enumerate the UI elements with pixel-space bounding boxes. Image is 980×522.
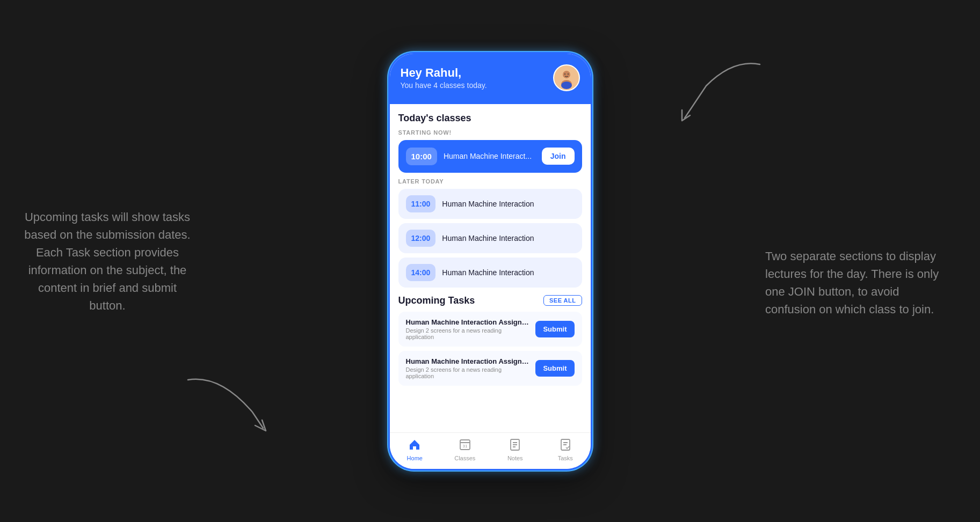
- svg-point-5: [568, 73, 569, 75]
- avatar: [553, 64, 580, 91]
- active-class-name: Human Machine Interact...: [444, 152, 535, 160]
- greeting: Hey Rahul,: [401, 66, 487, 80]
- see-all-button[interactable]: SEE ALL: [543, 295, 582, 306]
- later-class-name-1: Human Machine Interaction: [442, 234, 534, 242]
- later-class-card-0: 11:00 Human Machine Interaction: [398, 189, 582, 219]
- nav-home[interactable]: Home: [401, 438, 428, 461]
- active-class-card: 10:00 Human Machine Interact... Join: [398, 140, 582, 173]
- arrow-right: [652, 54, 771, 134]
- later-class-time-0: 11:00: [406, 195, 436, 212]
- nav-classes-label: Classes: [454, 455, 475, 461]
- phone-content: Today's classes STARTING NOW! 10:00 Huma…: [390, 104, 591, 432]
- submit-button-1[interactable]: Submit: [535, 360, 574, 377]
- task-card-0: Human Machine Interaction Assignm.. Desi…: [398, 312, 582, 347]
- todays-classes-title: Today's classes: [398, 113, 582, 124]
- nav-classes[interactable]: 31 Classes: [452, 438, 478, 461]
- header-text: Hey Rahul, You have 4 classes today.: [401, 66, 487, 90]
- annotation-right-text: Two separate sections to display lecture…: [765, 249, 939, 315]
- task-card-1: Human Machine Interaction Assignm.. Desi…: [398, 351, 582, 386]
- svg-point-4: [564, 73, 565, 75]
- task-cards-container: Human Machine Interaction Assignm.. Desi…: [398, 312, 582, 386]
- later-classes-container: 11:00 Human Machine Interaction 12:00 Hu…: [398, 189, 582, 288]
- task-subtitle-1: Design 2 screens for a news reading appl…: [406, 366, 531, 379]
- tasks-icon: [559, 438, 572, 453]
- task-info-1: Human Machine Interaction Assignm.. Desi…: [406, 357, 531, 379]
- phone-header: Hey Rahul, You have 4 classes today.: [390, 54, 591, 104]
- svg-point-1: [563, 71, 570, 78]
- subtitle: You have 4 classes today.: [401, 81, 487, 90]
- join-button[interactable]: Join: [542, 148, 575, 165]
- upcoming-tasks-title: Upcoming Tasks: [398, 295, 475, 306]
- nav-notes-label: Notes: [507, 455, 523, 461]
- annotation-right: Two separate sections to display lecture…: [765, 247, 948, 318]
- notes-icon: [509, 438, 521, 453]
- later-class-card-2: 14:00 Human Machine Interaction: [398, 258, 582, 288]
- later-class-name-0: Human Machine Interaction: [442, 200, 534, 208]
- active-class-time: 10:00: [406, 148, 437, 165]
- task-title-0: Human Machine Interaction Assignm..: [406, 318, 531, 326]
- upcoming-tasks-header: Upcoming Tasks SEE ALL: [398, 295, 582, 306]
- arrow-left: [177, 369, 295, 439]
- nav-notes[interactable]: Notes: [502, 438, 528, 461]
- later-class-time-1: 12:00: [406, 230, 436, 247]
- later-class-card-1: 12:00 Human Machine Interaction: [398, 223, 582, 253]
- home-icon: [408, 438, 421, 453]
- later-today-label: LATER TODAY: [398, 178, 582, 185]
- nav-tasks-label: Tasks: [558, 455, 573, 461]
- task-info-0: Human Machine Interaction Assignm.. Desi…: [406, 318, 531, 340]
- nav-home-label: Home: [407, 455, 423, 461]
- phone: Hey Rahul, You have 4 classes today.: [388, 52, 592, 470]
- task-title-1: Human Machine Interaction Assignm..: [406, 357, 531, 365]
- svg-text:31: 31: [462, 444, 467, 449]
- phone-inner: Hey Rahul, You have 4 classes today.: [390, 54, 591, 469]
- later-class-name-2: Human Machine Interaction: [442, 268, 534, 277]
- later-class-time-2: 14:00: [406, 264, 436, 281]
- nav-tasks[interactable]: Tasks: [552, 438, 579, 461]
- starting-now-label: STARTING NOW!: [398, 129, 582, 136]
- submit-button-0[interactable]: Submit: [535, 321, 574, 337]
- avatar-icon: [555, 66, 578, 90]
- annotation-left-text: Upcoming tasks will show tasks based on …: [24, 210, 190, 312]
- bottom-nav: Home 31 Classes: [390, 432, 591, 469]
- phone-wrapper: Hey Rahul, You have 4 classes today.: [388, 52, 592, 470]
- task-subtitle-0: Design 2 screens for a news reading appl…: [406, 327, 531, 340]
- classes-icon: 31: [459, 438, 471, 453]
- annotation-left: Upcoming tasks will show tasks based on …: [21, 208, 193, 314]
- svg-point-3: [561, 82, 572, 89]
